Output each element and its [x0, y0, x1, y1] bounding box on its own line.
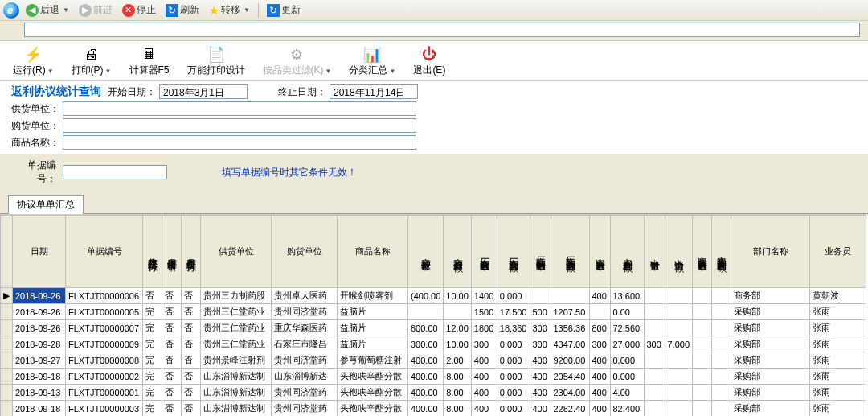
- cell-billno[interactable]: FLXTJT00000006: [66, 288, 143, 304]
- cell-billno[interactable]: FLXTJT00000007: [66, 320, 143, 336]
- supplier-input[interactable]: [63, 101, 416, 116]
- col-c10[interactable]: 客户返利数量: [589, 216, 610, 288]
- cell-supplier[interactable]: 贵州景峰注射剂: [201, 352, 272, 369]
- cell-q1[interactable]: (400.00: [408, 288, 444, 304]
- cell-q1[interactable]: 800.00: [408, 320, 444, 336]
- address-input[interactable]: [24, 23, 860, 37]
- cell-a3[interactable]: [551, 288, 589, 304]
- col-c1[interactable]: 应收是否执行: [143, 216, 162, 288]
- col-dept[interactable]: 部门名称: [731, 216, 810, 288]
- cell-c2[interactable]: 否: [162, 320, 182, 336]
- cell-q4[interactable]: 400: [589, 352, 610, 369]
- cell-aq[interactable]: [644, 288, 665, 304]
- refresh-button[interactable]: ↻刷新: [162, 2, 203, 19]
- cell-date[interactable]: 2018-09-28: [13, 336, 66, 352]
- cell-aq[interactable]: [644, 385, 665, 401]
- cell-q4[interactable]: 800: [589, 320, 610, 336]
- cell-supplier[interactable]: 贵州三仁堂药业: [201, 320, 272, 336]
- cell-c2[interactable]: 否: [162, 369, 182, 385]
- cell-c2[interactable]: 否: [162, 352, 182, 369]
- cell-sales[interactable]: 张雨: [810, 369, 866, 385]
- col-c11[interactable]: 客户返利金额: [610, 216, 644, 288]
- cell-dept[interactable]: 采购部: [731, 385, 810, 401]
- col-c9[interactable]: 厂商实际返利金额: [551, 216, 589, 288]
- cell-c2[interactable]: 否: [162, 336, 182, 352]
- order-input[interactable]: [63, 165, 167, 179]
- cell-aq[interactable]: [644, 401, 665, 417]
- cell-buyer[interactable]: 山东淄博新达: [272, 369, 338, 385]
- calc-button[interactable]: 🖩计算器F5: [129, 46, 170, 77]
- table-row[interactable]: 2018-09-28FLXTJT00000009完否否贵州三仁堂药业石家庄市隆昌…: [1, 336, 866, 352]
- col-product[interactable]: 商品名称: [338, 216, 408, 288]
- cell-ra[interactable]: [712, 385, 731, 401]
- cell-supplier[interactable]: 贵州三仁堂药业: [201, 336, 272, 352]
- cell-q4[interactable]: 400: [589, 288, 610, 304]
- table-row[interactable]: ▶2018-09-26FLXTJT00000006否否否贵州三力制药股贵州卓大医…: [1, 288, 866, 304]
- cell-q2[interactable]: 1500: [471, 304, 497, 320]
- cell-a1[interactable]: 8.00: [444, 369, 472, 385]
- cell-c1[interactable]: 完: [143, 385, 162, 401]
- cell-ra[interactable]: [712, 336, 731, 352]
- cell-a3[interactable]: 2054.40: [551, 369, 589, 385]
- cell-dept[interactable]: 采购部: [731, 352, 810, 369]
- cell-product[interactable]: 开喉剑喷雾剂: [338, 288, 408, 304]
- cell-a1[interactable]: 10.00: [444, 288, 472, 304]
- cell-supplier[interactable]: 山东淄博新达制: [201, 401, 272, 417]
- cell-a3[interactable]: 1356.36: [551, 320, 589, 336]
- cell-dept[interactable]: 采购部: [731, 320, 810, 336]
- cell-a2[interactable]: 0.000: [497, 336, 530, 352]
- cell-c2[interactable]: 否: [162, 288, 182, 304]
- update-button[interactable]: ↻更新: [264, 2, 304, 19]
- cell-am[interactable]: 7.000: [665, 336, 693, 352]
- forward-button[interactable]: ▶前进: [76, 2, 116, 19]
- cell-a2[interactable]: 17.500: [497, 304, 530, 320]
- col-billno[interactable]: 单据编号: [66, 216, 143, 288]
- cell-date[interactable]: 2018-09-13: [13, 385, 66, 401]
- cell-q1[interactable]: 400.00: [408, 385, 444, 401]
- col-c12[interactable]: 申请数量: [644, 216, 665, 288]
- cell-date[interactable]: 2018-09-18: [13, 401, 66, 417]
- cell-a3[interactable]: 1207.50: [551, 304, 589, 320]
- cell-aq[interactable]: [644, 369, 665, 385]
- cell-c3[interactable]: 否: [182, 369, 201, 385]
- cell-a3[interactable]: 9200.00: [551, 352, 589, 369]
- col-c14[interactable]: 客户实际返利数量: [693, 216, 712, 288]
- cell-c1[interactable]: 完: [143, 401, 162, 417]
- cell-c2[interactable]: 否: [162, 385, 182, 401]
- cell-rq[interactable]: [693, 352, 712, 369]
- cell-dept[interactable]: 采购部: [731, 336, 810, 352]
- cell-billno[interactable]: FLXTJT00000009: [66, 336, 143, 352]
- cell-q1[interactable]: [408, 304, 444, 320]
- cell-ra[interactable]: [712, 401, 731, 417]
- cell-ra[interactable]: [712, 352, 731, 369]
- cell-am[interactable]: [665, 352, 693, 369]
- tab-summary[interactable]: 协议单单汇总: [8, 195, 84, 214]
- print-button[interactable]: 🖨打印(P)▼: [72, 46, 112, 77]
- cell-a1[interactable]: 12.00: [444, 320, 472, 336]
- cell-date[interactable]: 2018-09-26: [13, 304, 66, 320]
- cell-a1[interactable]: 10.00: [444, 336, 472, 352]
- cell-q4[interactable]: 300: [589, 336, 610, 352]
- back-button[interactable]: ◀后退▼: [23, 2, 72, 19]
- cell-dept[interactable]: 采购部: [731, 401, 810, 417]
- cell-q3[interactable]: 400: [530, 401, 551, 417]
- cell-aq[interactable]: [644, 352, 665, 369]
- cell-a4[interactable]: 82.400: [610, 401, 644, 417]
- cell-q4[interactable]: 400: [589, 369, 610, 385]
- cell-a4[interactable]: 27.000: [610, 336, 644, 352]
- cell-product[interactable]: 益脑片: [338, 336, 408, 352]
- cell-a1[interactable]: 2.00: [444, 352, 472, 369]
- cell-c2[interactable]: 否: [162, 401, 182, 417]
- cell-a1[interactable]: 8.00: [444, 385, 472, 401]
- transfer-button[interactable]: ★转移▼: [206, 2, 253, 19]
- cell-rq[interactable]: [693, 336, 712, 352]
- cell-q1[interactable]: 300.00: [408, 336, 444, 352]
- cell-c3[interactable]: 否: [182, 385, 201, 401]
- col-c8[interactable]: 厂商实际返利数量: [530, 216, 551, 288]
- cell-a4[interactable]: 4.00: [610, 385, 644, 401]
- cell-a3[interactable]: 4347.00: [551, 336, 589, 352]
- cell-dept[interactable]: 采购部: [731, 369, 810, 385]
- cell-a2[interactable]: 0.000: [497, 352, 530, 369]
- cell-sales[interactable]: 张雨: [810, 352, 866, 369]
- cell-q2[interactable]: 400: [471, 352, 497, 369]
